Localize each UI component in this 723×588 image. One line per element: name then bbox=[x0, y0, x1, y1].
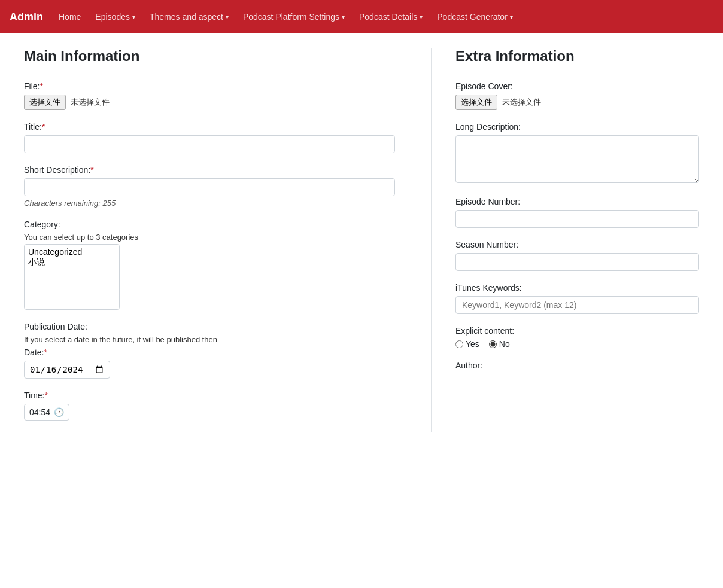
category-option-uncategorized[interactable]: Uncategorized bbox=[28, 247, 116, 257]
episode-num-label: Episode Number: bbox=[455, 197, 699, 206]
chevron-down-icon: ▾ bbox=[342, 14, 345, 20]
pub-date-group: Publication Date: If you select a date i… bbox=[24, 322, 395, 379]
chevron-down-icon: ▾ bbox=[132, 14, 135, 20]
cover-choose-button[interactable]: 选择文件 bbox=[455, 95, 497, 110]
clock-icon: 🕐 bbox=[54, 407, 64, 417]
nav-home[interactable]: Home bbox=[53, 8, 87, 25]
short-desc-label: Short Description:* bbox=[24, 165, 395, 175]
long-desc-input[interactable] bbox=[455, 135, 699, 183]
long-desc-group: Long Description: bbox=[455, 122, 699, 185]
nav-podcast-generator[interactable]: Podcast Generator ▾ bbox=[431, 8, 519, 25]
nav-platform-settings[interactable]: Podcast Platform Settings ▾ bbox=[237, 8, 351, 25]
file-label: File:* bbox=[24, 81, 395, 91]
explicit-no-label[interactable]: No bbox=[489, 339, 510, 349]
itunes-keywords-input[interactable] bbox=[455, 296, 699, 314]
main-info-title: Main Information bbox=[24, 48, 395, 65]
explicit-yes-radio[interactable] bbox=[455, 340, 463, 348]
explicit-yes-label[interactable]: Yes bbox=[455, 339, 479, 349]
author-group: Author: bbox=[455, 361, 699, 370]
date-label: Date:* bbox=[24, 348, 395, 357]
itunes-kw-group: iTunes Keywords: bbox=[455, 283, 699, 314]
itunes-kw-label: iTunes Keywords: bbox=[455, 283, 699, 293]
time-input-box: 04:54 🕐 bbox=[24, 404, 69, 421]
main-info-section: Main Information File:* 选择文件 未选择文件 Title… bbox=[24, 48, 431, 432]
chevron-down-icon: ▾ bbox=[510, 14, 513, 20]
short-desc-input[interactable] bbox=[24, 178, 395, 196]
season-num-label: Season Number: bbox=[455, 240, 699, 249]
file-choose-button[interactable]: 选择文件 bbox=[24, 95, 66, 110]
episode-num-group: Episode Number: bbox=[455, 197, 699, 228]
navbar: Admin Home Episodes ▾ Themes and aspect … bbox=[0, 0, 723, 33]
pub-date-label: Publication Date: bbox=[24, 322, 395, 331]
pub-date-hint-text: If you select a date in the future, it w… bbox=[24, 335, 395, 344]
explicit-label: Explicit content: bbox=[455, 326, 699, 336]
title-group: Title:* bbox=[24, 122, 395, 153]
chars-remaining-text: Characters remaining: 255 bbox=[24, 199, 395, 208]
file-input-row: 选择文件 未选择文件 bbox=[24, 95, 395, 110]
chevron-down-icon: ▾ bbox=[226, 14, 229, 20]
season-num-group: Season Number: bbox=[455, 240, 699, 271]
category-hint-text: You can select up to 3 categories bbox=[24, 233, 395, 242]
explicit-group: Explicit content: Yes No bbox=[455, 326, 699, 349]
category-option-novel[interactable]: 小说 bbox=[28, 257, 116, 268]
date-input[interactable] bbox=[24, 361, 110, 379]
extra-info-title: Extra Information bbox=[455, 48, 699, 65]
author-label: Author: bbox=[455, 361, 699, 370]
explicit-radio-group: Yes No bbox=[455, 339, 699, 349]
title-input[interactable] bbox=[24, 135, 395, 153]
short-desc-group: Short Description:* Characters remaining… bbox=[24, 165, 395, 208]
cover-no-selection-text: 未选择文件 bbox=[502, 97, 541, 108]
time-label: Time:* bbox=[24, 391, 395, 400]
time-group: Time:* 04:54 🕐 bbox=[24, 391, 395, 421]
long-desc-label: Long Description: bbox=[455, 122, 699, 132]
episode-number-input[interactable] bbox=[455, 210, 699, 228]
cover-input-row: 选择文件 未选择文件 bbox=[455, 95, 699, 110]
time-value: 04:54 bbox=[29, 407, 50, 417]
explicit-no-radio[interactable] bbox=[489, 340, 497, 348]
file-no-selection-text: 未选择文件 bbox=[71, 97, 110, 108]
nav-podcast-details[interactable]: Podcast Details ▾ bbox=[353, 8, 429, 25]
title-label: Title:* bbox=[24, 122, 395, 132]
cover-group: Episode Cover: 选择文件 未选择文件 bbox=[455, 81, 699, 110]
file-group: File:* 选择文件 未选择文件 bbox=[24, 81, 395, 110]
extra-info-section: Extra Information Episode Cover: 选择文件 未选… bbox=[431, 48, 699, 432]
category-select[interactable]: Uncategorized 小说 bbox=[24, 244, 120, 310]
nav-brand[interactable]: Admin bbox=[10, 11, 43, 23]
nav-episodes[interactable]: Episodes ▾ bbox=[89, 8, 141, 25]
category-group: Category: You can select up to 3 categor… bbox=[24, 220, 395, 310]
season-number-input[interactable] bbox=[455, 253, 699, 271]
cover-label: Episode Cover: bbox=[455, 81, 699, 91]
category-label: Category: bbox=[24, 220, 395, 229]
nav-themes[interactable]: Themes and aspect ▾ bbox=[144, 8, 235, 25]
chevron-down-icon: ▾ bbox=[420, 14, 423, 20]
